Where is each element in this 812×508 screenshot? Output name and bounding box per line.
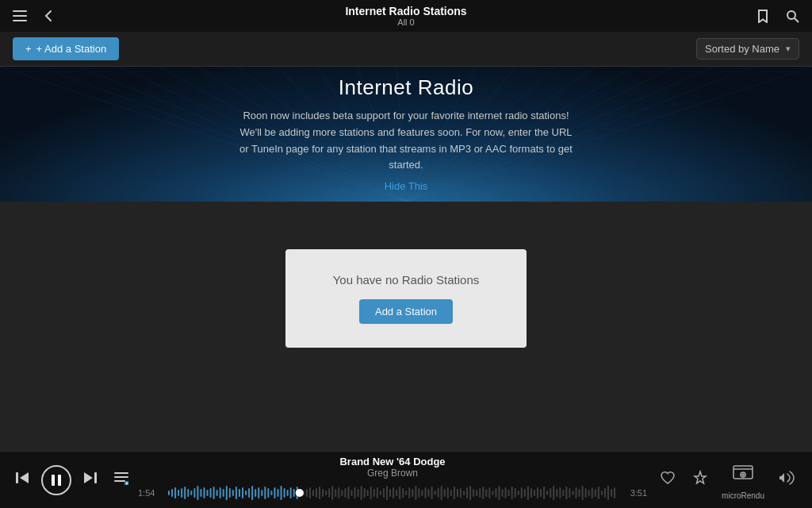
device-info: microRendu	[722, 460, 764, 500]
svg-rect-46	[207, 490, 209, 496]
svg-rect-39	[184, 487, 186, 499]
svg-rect-165	[592, 487, 593, 498]
svg-rect-98	[377, 487, 378, 498]
device-label: microRendu	[722, 491, 764, 500]
svg-rect-58	[245, 491, 247, 495]
svg-rect-140	[511, 487, 513, 499]
search-button[interactable]	[783, 6, 802, 26]
svg-rect-159	[572, 491, 573, 495]
svg-rect-154	[556, 489, 557, 497]
svg-rect-82	[325, 491, 327, 495]
player-controls	[13, 465, 100, 495]
svg-rect-66	[270, 491, 272, 495]
empty-state-message: You have no Radio Stations	[333, 273, 480, 287]
svg-rect-171	[611, 489, 612, 497]
svg-rect-104	[396, 490, 397, 496]
svg-rect-83	[328, 488, 330, 498]
svg-rect-148	[537, 487, 538, 498]
heart-button[interactable]	[657, 468, 679, 492]
svg-point-177	[742, 474, 744, 475]
svg-rect-42	[193, 488, 195, 498]
bookmark-button[interactable]	[754, 6, 772, 26]
svg-rect-106	[402, 488, 404, 498]
svg-rect-170	[607, 486, 609, 500]
svg-rect-31	[114, 476, 128, 478]
svg-rect-63	[261, 490, 262, 496]
svg-rect-94	[364, 488, 366, 498]
svg-rect-85	[335, 489, 336, 497]
play-pause-button[interactable]	[41, 465, 71, 495]
svg-rect-144	[524, 489, 526, 497]
svg-rect-145	[527, 486, 529, 500]
svg-rect-157	[565, 487, 567, 499]
svg-rect-103	[393, 487, 394, 498]
svg-rect-95	[367, 490, 369, 496]
svg-rect-61	[255, 489, 256, 497]
svg-rect-124	[460, 488, 462, 498]
svg-rect-167	[598, 487, 599, 499]
volume-button[interactable]	[776, 468, 799, 492]
svg-rect-108	[408, 487, 410, 498]
add-icon: +	[25, 43, 32, 55]
sort-selector[interactable]: Sorted by Name ▾	[696, 38, 799, 60]
svg-rect-80	[319, 487, 320, 499]
svg-rect-102	[389, 489, 391, 497]
svg-rect-117	[438, 488, 439, 498]
svg-rect-45	[203, 487, 205, 498]
svg-rect-81	[322, 489, 324, 497]
svg-rect-27	[52, 475, 55, 486]
svg-rect-56	[239, 489, 240, 497]
back-button[interactable]	[41, 6, 56, 25]
waveform-area: Brand New '64 Dodge Greg Brown 1:54	[138, 456, 647, 504]
svg-rect-40	[187, 489, 189, 497]
svg-rect-143	[521, 487, 523, 498]
svg-rect-126	[466, 487, 468, 498]
svg-rect-52	[226, 486, 228, 500]
hero-title: Internet Radio	[239, 75, 573, 100]
svg-point-173	[296, 489, 304, 497]
svg-rect-70	[284, 488, 285, 498]
svg-rect-125	[463, 491, 465, 495]
svg-rect-135	[495, 488, 496, 498]
svg-rect-84	[331, 486, 333, 500]
svg-rect-67	[274, 487, 275, 498]
device-button[interactable]	[729, 460, 757, 490]
svg-rect-107	[405, 491, 407, 495]
svg-rect-73	[293, 489, 295, 497]
page-subtitle: All 0	[345, 17, 466, 27]
svg-rect-160	[576, 487, 577, 498]
svg-rect-110	[415, 486, 416, 500]
svg-rect-109	[412, 489, 413, 497]
svg-rect-54	[232, 490, 234, 496]
svg-rect-151	[546, 491, 548, 495]
svg-rect-128	[473, 489, 474, 497]
pin-button[interactable]	[690, 467, 710, 493]
svg-rect-34	[168, 491, 170, 495]
svg-rect-88	[344, 488, 346, 498]
track-info: Brand New '64 Dodge Greg Brown	[339, 456, 445, 479]
svg-rect-71	[287, 490, 289, 496]
skip-back-button[interactable]	[13, 468, 33, 492]
hide-link[interactable]: Hide This	[385, 180, 428, 192]
time-elapsed: 1:54	[138, 488, 162, 498]
waveform[interactable]	[168, 482, 617, 504]
svg-rect-91	[354, 487, 356, 498]
queue-button[interactable]	[114, 472, 128, 488]
empty-add-station-button[interactable]: Add a Station	[359, 299, 453, 324]
svg-rect-118	[441, 486, 442, 500]
svg-rect-37	[178, 490, 179, 496]
svg-rect-114	[428, 489, 430, 497]
svg-rect-55	[236, 487, 237, 499]
track-artist: Greg Brown	[339, 468, 445, 479]
svg-rect-164	[588, 490, 590, 496]
svg-rect-115	[431, 487, 433, 499]
svg-rect-47	[210, 488, 212, 498]
waveform-row[interactable]: 1:54	[138, 482, 647, 504]
svg-rect-121	[450, 490, 452, 496]
add-station-button[interactable]: + + Add a Station	[13, 37, 119, 60]
skip-forward-button[interactable]	[79, 468, 100, 492]
svg-rect-2	[13, 20, 27, 21]
svg-rect-158	[569, 488, 570, 498]
svg-rect-30	[114, 472, 128, 474]
menu-button[interactable]	[10, 7, 30, 25]
